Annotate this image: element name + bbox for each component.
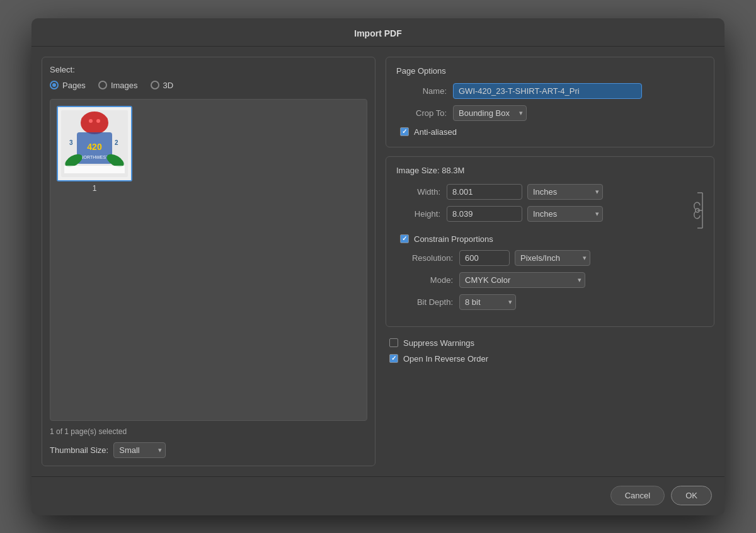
right-panel: Page Options Name: Crop To: Bounding Box… [386, 57, 714, 466]
radio-images-circle [98, 81, 107, 89]
suppress-warnings-row[interactable]: Suppress Warnings [389, 338, 714, 348]
anti-aliased-row[interactable]: Anti-aliased [400, 127, 704, 137]
resolution-label: Resolution: [396, 253, 453, 263]
left-panel: Select: Pages Images 3D [42, 57, 375, 466]
radio-images[interactable]: Images [98, 81, 138, 90]
resolution-input[interactable] [459, 250, 510, 266]
height-label: Height: [396, 209, 440, 219]
name-input[interactable] [453, 83, 642, 99]
select-label: Select: [50, 65, 367, 74]
svg-rect-14 [64, 166, 125, 173]
image-size-title: Image Size: 88.3M [396, 166, 704, 175]
name-field-row: Name: [396, 83, 704, 99]
dialog-footer: Cancel OK [32, 476, 724, 515]
radio-3d-circle [151, 81, 159, 89]
resolution-row: Resolution: Pixels/Inch Pixels/Centimete… [396, 250, 704, 266]
suppress-warnings-checkbox[interactable] [389, 338, 398, 347]
thumbnail-size-select[interactable]: Small Medium Large [113, 442, 166, 458]
bit-depth-select-wrapper: 8 bit 16 bit 32 bit [459, 294, 516, 310]
thumbnail-svg: 420 NORTHWEST 3 2 [58, 107, 131, 180]
crop-field-row: Crop To: Bounding Box Media Box Crop Box… [396, 105, 704, 121]
width-unit-select[interactable]: Inches Centimeters Millimeters Points Pi… [527, 184, 603, 200]
thumbnail-page-number: 1 [93, 184, 97, 193]
svg-text:420: 420 [87, 142, 102, 152]
constrain-label: Constrain Proportions [414, 234, 493, 244]
height-unit-wrapper: Inches Centimeters Millimeters Points Pi… [527, 206, 603, 222]
link-icon-container [686, 184, 704, 234]
height-input[interactable] [447, 206, 522, 222]
page-count: 1 of 1 page(s) selected [50, 427, 367, 436]
width-unit-wrapper: Inches Centimeters Millimeters Points Pi… [527, 184, 603, 200]
dialog-title: Import PDF [32, 18, 724, 47]
svg-text:2: 2 [115, 139, 118, 146]
constrain-row[interactable]: Constrain Proportions [400, 234, 704, 244]
link-proportions-icon [691, 192, 704, 229]
open-reverse-checkbox[interactable] [389, 354, 398, 363]
page-options-box: Page Options Name: Crop To: Bounding Box… [386, 57, 714, 147]
thumbnail-size-label: Thumbnail Size: [50, 445, 108, 455]
thumbnail-area[interactable]: 420 NORTHWEST 3 2 1 [50, 99, 367, 421]
svg-point-5 [89, 119, 93, 123]
radio-group: Pages Images 3D [50, 81, 367, 90]
bottom-options: Suppress Warnings Open In Reverse Order [386, 336, 714, 366]
open-reverse-row[interactable]: Open In Reverse Order [389, 354, 714, 364]
bit-depth-row: Bit Depth: 8 bit 16 bit 32 bit [396, 294, 704, 310]
resolution-unit-select[interactable]: Pixels/Inch Pixels/Centimeter [515, 250, 590, 266]
dimensions-container: Width: Inches Centimeters Millimeters Po… [396, 184, 704, 234]
svg-text:NORTHWEST: NORTHWEST [81, 155, 110, 159]
dialog-body: Select: Pages Images 3D [32, 47, 724, 476]
resolution-unit-wrapper: Pixels/Inch Pixels/Centimeter [515, 250, 590, 266]
thumbnail-size-select-wrapper: Small Medium Large [113, 442, 166, 458]
anti-aliased-label: Anti-aliased [414, 127, 457, 137]
page-options-title: Page Options [396, 66, 704, 76]
thumbnail-size-row: Thumbnail Size: Small Medium Large [50, 442, 367, 458]
name-label: Name: [396, 86, 447, 96]
radio-pages-circle [50, 81, 59, 89]
open-reverse-label: Open In Reverse Order [403, 354, 488, 364]
crop-select-wrapper: Bounding Box Media Box Crop Box Bleed Bo… [453, 105, 527, 121]
width-row: Width: Inches Centimeters Millimeters Po… [396, 184, 686, 200]
crop-label: Crop To: [396, 108, 447, 118]
bit-depth-select[interactable]: 8 bit 16 bit 32 bit [459, 294, 516, 310]
import-pdf-dialog: Import PDF Select: Pages Images 3D [32, 18, 724, 515]
suppress-warnings-label: Suppress Warnings [403, 338, 474, 348]
thumbnail-image: 420 NORTHWEST 3 2 [57, 106, 132, 181]
radio-pages[interactable]: Pages [50, 81, 86, 90]
crop-select[interactable]: Bounding Box Media Box Crop Box Bleed Bo… [453, 105, 527, 121]
thumbnail-page-1[interactable]: 420 NORTHWEST 3 2 1 [57, 106, 132, 193]
mode-row: Mode: Bitmap Grayscale RGB Color CMYK Co… [396, 272, 704, 288]
radio-images-label: Images [111, 81, 138, 90]
dimensions-fields: Width: Inches Centimeters Millimeters Po… [396, 184, 686, 228]
ok-button[interactable]: OK [671, 486, 712, 505]
mode-select[interactable]: Bitmap Grayscale RGB Color CMYK Color La… [459, 272, 585, 288]
constrain-checkbox[interactable] [400, 234, 409, 243]
width-input[interactable] [447, 184, 522, 200]
cancel-button[interactable]: Cancel [610, 486, 665, 505]
svg-text:3: 3 [69, 139, 73, 146]
height-unit-select[interactable]: Inches Centimeters Millimeters Points Pi… [527, 206, 603, 222]
svg-point-6 [96, 119, 100, 123]
mode-select-wrapper: Bitmap Grayscale RGB Color CMYK Color La… [459, 272, 585, 288]
radio-3d[interactable]: 3D [151, 81, 174, 90]
bit-depth-label: Bit Depth: [396, 297, 453, 307]
mode-label: Mode: [396, 275, 453, 285]
width-label: Width: [396, 187, 440, 197]
anti-aliased-checkbox[interactable] [400, 127, 409, 136]
image-size-box: Image Size: 88.3M Width: Inches Centimet… [386, 156, 714, 327]
radio-pages-label: Pages [62, 81, 86, 90]
height-row: Height: Inches Centimeters Millimeters P… [396, 206, 686, 222]
radio-3d-label: 3D [163, 81, 174, 90]
